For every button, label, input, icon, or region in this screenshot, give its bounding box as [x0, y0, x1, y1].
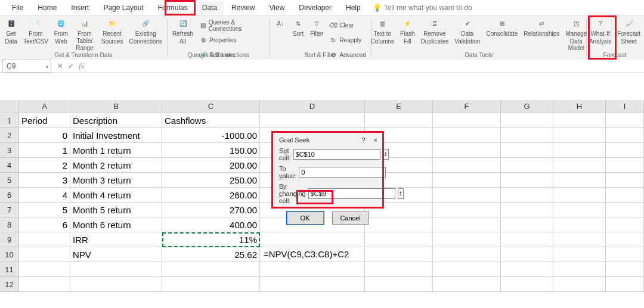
tab-developer[interactable]: Developer [292, 1, 339, 14]
to-value-input[interactable] [299, 167, 386, 178]
data-model-button[interactable]: ◳ManageData Model [563, 17, 589, 53]
col-header-F[interactable]: F [433, 100, 501, 113]
cell-B4[interactable]: Month 2 return [70, 158, 162, 173]
set-cell-ref-button[interactable]: ↥ [383, 149, 389, 160]
row-header-8[interactable]: 8 [0, 217, 19, 232]
cell-C3[interactable]: 150.00 [162, 143, 260, 158]
tab-review[interactable]: Review [224, 1, 262, 14]
tab-file[interactable]: File [5, 1, 30, 14]
sort-button[interactable]: ⇅Sort [290, 17, 306, 39]
flash-fill-button[interactable]: ⚡FlashFill [398, 17, 417, 53]
get-data-button[interactable]: 🗄️GetData [2, 17, 20, 53]
row-header-7[interactable]: 7 [0, 203, 19, 217]
cell-C5[interactable]: 250.00 [162, 173, 260, 188]
col-header-A[interactable]: A [19, 100, 70, 113]
queries-connections-button[interactable]: ▤Queries & Connections [199, 18, 264, 33]
cancel-icon[interactable]: ✕ [57, 62, 63, 70]
tab-page-layout[interactable]: Page Layout [96, 1, 150, 14]
cell-B5[interactable]: Month 3 return [70, 173, 162, 188]
by-changing-ref-button[interactable]: ↥ [398, 188, 404, 199]
cell-B8[interactable]: Month 6 return [70, 217, 162, 232]
cell-C9[interactable]: 11% [162, 232, 260, 247]
enter-icon[interactable]: ✓ [68, 62, 74, 70]
col-header-B[interactable]: B [70, 100, 162, 113]
cell-A7[interactable]: 5 [19, 203, 70, 217]
cell-C2[interactable]: -1000.00 [162, 128, 260, 143]
cell-A2[interactable]: 0 [19, 128, 70, 143]
cell-A1[interactable]: Period [19, 113, 70, 128]
properties-button[interactable]: ⚙Properties [199, 33, 264, 48]
cell-C1[interactable]: Cashflows [162, 113, 260, 128]
recent-sources-button[interactable]: 📁RecentSources [99, 17, 126, 53]
what-if-analysis-button[interactable]: ?What-IfAnalysis [587, 17, 614, 46]
col-header-D[interactable]: D [260, 100, 365, 113]
reapply-button[interactable]: ↻Reapply [329, 33, 366, 48]
cell-C10[interactable]: 25.62 [162, 247, 260, 262]
col-header-C[interactable]: C [162, 100, 260, 113]
col-header-H[interactable]: H [553, 100, 606, 113]
cell-A6[interactable]: 4 [19, 188, 70, 203]
row-header-3[interactable]: 3 [0, 143, 19, 158]
row-header-9[interactable]: 9 [0, 232, 19, 247]
cell-A10[interactable] [19, 247, 70, 262]
cell-B9[interactable]: IRR [70, 232, 162, 247]
cell-A3[interactable]: 1 [19, 143, 70, 158]
clear-filter-button[interactable]: ⌫Clear [329, 18, 366, 33]
row-header-6[interactable]: 6 [0, 188, 19, 203]
cancel-button[interactable]: Cancel [332, 211, 369, 225]
from-table-button[interactable]: 📊From Table/Range [72, 17, 98, 53]
name-box[interactable]: C9 [2, 60, 51, 73]
cell-B2[interactable]: Initial Investment [70, 128, 162, 143]
cell-B3[interactable]: Month 1 return [70, 143, 162, 158]
row-header-1[interactable]: 1 [0, 113, 19, 128]
cell-B7[interactable]: Month 5 return [70, 203, 162, 217]
ok-button[interactable]: OK [287, 211, 324, 225]
existing-conn-button[interactable]: 🔗ExistingConnections [126, 17, 165, 53]
cell-C6[interactable]: 260.00 [162, 188, 260, 203]
from-web-button[interactable]: 🌐FromWeb [52, 17, 70, 53]
row-header-11[interactable]: 11 [0, 262, 19, 277]
text-to-columns-button[interactable]: ▥Text toColumns [369, 17, 397, 53]
tab-formulas[interactable]: Formulas [151, 1, 195, 14]
consolidate-button[interactable]: ⊞Consolidate [484, 17, 520, 53]
forecast-sheet-button[interactable]: 📈ForecastSheet [615, 17, 643, 46]
data-validation-button[interactable]: ✔DataValidation [452, 17, 482, 53]
set-cell-input[interactable] [293, 149, 380, 160]
refresh-all-button[interactable]: 🔄RefreshAll [170, 17, 196, 46]
from-textcsv-button[interactable]: 📄FromText/CSV [21, 17, 51, 53]
row-header-12[interactable]: 12 [0, 277, 19, 292]
cell-A8[interactable]: 6 [19, 217, 70, 232]
select-all-corner[interactable] [0, 100, 19, 113]
cell-A5[interactable]: 3 [19, 173, 70, 188]
by-changing-input[interactable] [308, 188, 395, 199]
row-header-4[interactable]: 4 [0, 158, 19, 173]
tab-insert[interactable]: Insert [64, 1, 96, 14]
cell-B6[interactable]: Month 4 return [70, 188, 162, 203]
tell-me-search[interactable]: 💡 Tell me what you want to do [373, 4, 472, 12]
row-header-10[interactable]: 10 [0, 247, 19, 262]
col-header-I[interactable]: I [606, 100, 644, 113]
dialog-help-button[interactable]: ? [361, 136, 365, 144]
cell-B1[interactable]: Description [70, 113, 162, 128]
filter-button[interactable]: ▽Filter [308, 17, 326, 39]
sort-az-button[interactable]: A↓ [272, 17, 289, 31]
cell-C7[interactable]: 270.00 [162, 203, 260, 217]
col-header-E[interactable]: E [365, 100, 433, 113]
cell-A9[interactable] [19, 232, 70, 247]
dialog-close-button[interactable]: × [374, 136, 377, 144]
cell-C4[interactable]: 200.00 [162, 158, 260, 173]
relationships-button[interactable]: ⇄Relationships [521, 17, 562, 53]
row-header-5[interactable]: 5 [0, 173, 19, 188]
fx-icon[interactable]: fx [79, 61, 84, 71]
tab-help[interactable]: Help [339, 1, 368, 14]
cell-D1[interactable] [260, 113, 365, 128]
row-header-2[interactable]: 2 [0, 128, 19, 143]
col-header-G[interactable]: G [501, 100, 553, 113]
cell-B10[interactable]: NPV [70, 247, 162, 262]
tab-data[interactable]: Data [195, 1, 224, 14]
cell-A4[interactable]: 2 [19, 158, 70, 173]
remove-duplicates-button[interactable]: ≣RemoveDuplicates [419, 17, 451, 53]
tab-view[interactable]: View [262, 1, 292, 14]
tab-home[interactable]: Home [30, 1, 64, 14]
cell-C8[interactable]: 400.00 [162, 217, 260, 232]
